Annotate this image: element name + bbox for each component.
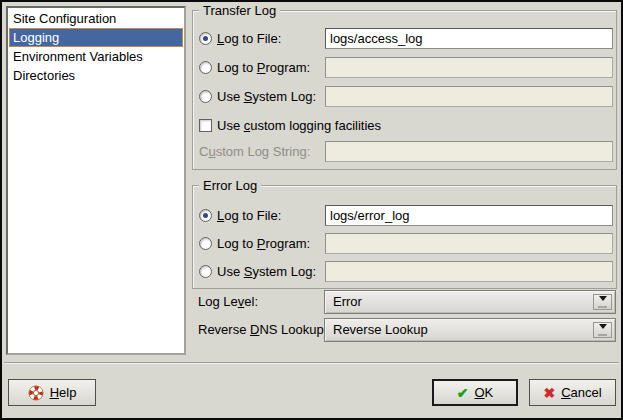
- transfer-log-program-input: [325, 57, 613, 78]
- use-custom-logging-label: Use custom logging facilities: [217, 115, 381, 136]
- error-log-frame: Error Log Log to File: Log to Program: U…: [192, 185, 617, 289]
- transfer-use-system-log-radio[interactable]: [199, 90, 212, 103]
- transfer-log-file-input[interactable]: [325, 28, 613, 49]
- sidebar-item-environment-variables[interactable]: Environment Variables: [9, 47, 183, 66]
- transfer-log-frame-title: Transfer Log: [199, 3, 280, 18]
- custom-log-string-label: Custom Log String:: [199, 141, 310, 162]
- custom-log-string-input: [325, 141, 613, 162]
- help-button[interactable]: Help: [8, 379, 96, 406]
- error-use-system-log-label: Use System Log:: [217, 261, 316, 282]
- reverse-dns-dropdown[interactable]: Reverse Lookup: [324, 318, 616, 342]
- transfer-log-to-program-label: Log to Program:: [217, 57, 310, 78]
- cancel-button[interactable]: ✖ Cancel: [529, 379, 616, 406]
- error-log-program-input: [325, 233, 613, 254]
- dropdown-arrow-icon: [599, 324, 607, 333]
- dropdown-indicator: [593, 294, 612, 310]
- log-level-dropdown[interactable]: Error: [324, 290, 616, 314]
- error-log-to-file-radio[interactable]: [199, 209, 212, 222]
- transfer-system-log-input: [325, 86, 613, 107]
- dropdown-dash: [598, 334, 607, 336]
- transfer-use-system-log-label: Use System Log:: [217, 86, 316, 107]
- cancel-button-label: Cancel: [561, 385, 601, 400]
- help-icon: [28, 385, 44, 401]
- httpd-logging-config-dialog: Site Configuration Logging Environment V…: [0, 0, 623, 420]
- error-log-to-file-label: Log to File:: [217, 205, 281, 226]
- transfer-log-frame: Transfer Log Log to File: Log to Program…: [192, 10, 617, 170]
- reverse-dns-label: Reverse DNS Lookup:: [198, 318, 327, 342]
- error-use-system-log-radio[interactable]: [199, 265, 212, 278]
- sidebar-item-directories[interactable]: Directories: [9, 66, 183, 85]
- sidebar-item-logging[interactable]: Logging: [9, 28, 183, 47]
- help-button-label: Help: [50, 385, 77, 400]
- ok-button[interactable]: ✔ OK: [432, 379, 518, 406]
- sidebar-item-site-configuration[interactable]: Site Configuration: [9, 9, 183, 28]
- check-icon: ✔: [457, 386, 469, 400]
- error-log-frame-title: Error Log: [199, 178, 261, 193]
- dropdown-arrow-icon: [599, 296, 607, 305]
- log-level-label: Log Level:: [198, 290, 258, 314]
- x-icon: ✖: [543, 386, 555, 400]
- use-custom-logging-checkbox[interactable]: [199, 119, 212, 132]
- error-log-to-program-label: Log to Program:: [217, 233, 310, 254]
- transfer-log-to-file-label: Log to File:: [217, 28, 281, 49]
- log-level-value: Error: [325, 291, 615, 313]
- transfer-log-to-file-radio[interactable]: [199, 32, 212, 45]
- dropdown-indicator: [593, 322, 612, 338]
- error-log-to-program-radio[interactable]: [199, 237, 212, 250]
- config-section-list[interactable]: Site Configuration Logging Environment V…: [6, 6, 186, 355]
- error-system-log-input: [325, 261, 613, 282]
- button-area-separator: [4, 362, 619, 364]
- error-log-file-input[interactable]: [325, 205, 613, 226]
- ok-button-label: OK: [474, 385, 493, 400]
- reverse-dns-value: Reverse Lookup: [325, 319, 615, 341]
- dropdown-dash: [598, 306, 607, 308]
- transfer-log-to-program-radio[interactable]: [199, 61, 212, 74]
